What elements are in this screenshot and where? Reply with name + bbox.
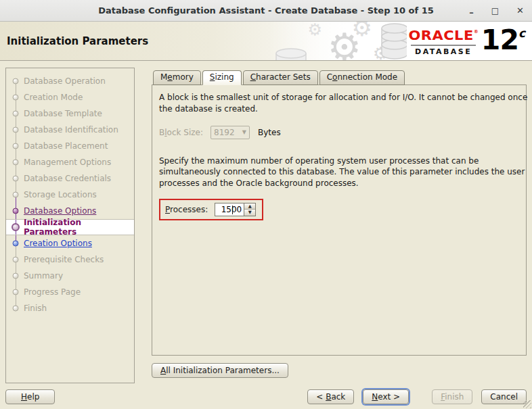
- step-connector: [6, 251, 24, 268]
- header-artwork: ⚙ ⚙ ⚙ ⚙ ORACL: [268, 22, 532, 60]
- oracle-database-label: DATABASE: [415, 47, 472, 56]
- main-area: Database OperationCreation ModeDatabase …: [0, 61, 532, 390]
- step-connector: [6, 187, 24, 203]
- step-connector: [6, 284, 24, 300]
- page-header: Initialization Parameters ⚙ ⚙ ⚙ ⚙: [0, 22, 532, 61]
- block-size-value: 8192: [214, 128, 235, 137]
- step-connector: [6, 154, 24, 170]
- titlebar[interactable]: Database Configuration Assistant - Creat…: [0, 0, 532, 22]
- step-label: Creation Options: [24, 239, 92, 248]
- tab-bar: MemorySizingCharacter SetsConnection Mod…: [153, 70, 527, 85]
- step-label: Database Placement: [24, 141, 108, 151]
- step-bullet-icon: [13, 78, 19, 85]
- text-caret: [232, 206, 233, 214]
- step-connector: [6, 138, 24, 154]
- content-area: MemorySizingCharacter SetsConnection Mod…: [152, 70, 527, 378]
- spinner-buttons: ▲ ▼: [244, 203, 256, 216]
- step-bullet-icon: [13, 289, 19, 295]
- close-icon[interactable]: ✕: [516, 6, 524, 15]
- tab-memory[interactable]: Memory: [153, 70, 201, 85]
- sidebar-step-database-template: Database Template: [6, 105, 134, 122]
- step-bullet-icon: [13, 273, 19, 279]
- page-title: Initialization Parameters: [7, 35, 148, 47]
- oracle-version: 12c: [481, 27, 525, 53]
- sidebar-step-creation-options[interactable]: Creation Options: [6, 235, 134, 251]
- step-label: Database Operation: [24, 76, 106, 86]
- help-button[interactable]: Help: [5, 389, 55, 404]
- step-connector: [6, 300, 24, 316]
- step-bullet-icon: [13, 241, 19, 247]
- step-label: Database Credentials: [24, 174, 111, 183]
- step-label: Storage Locations: [24, 190, 97, 199]
- block-size-label: Block Size:: [159, 128, 210, 137]
- block-size-description: A block is the smallest unit of storage …: [159, 92, 532, 115]
- tab-character-sets[interactable]: Character Sets: [243, 70, 318, 85]
- sidebar-step-database-options[interactable]: Database Options: [6, 203, 134, 219]
- step-connector: [6, 73, 24, 89]
- step-label: Creation Mode: [24, 93, 83, 102]
- step-label: Summary: [24, 271, 63, 281]
- sidebar-step-management-options: Management Options: [6, 154, 134, 170]
- back-button[interactable]: < Back: [307, 389, 354, 404]
- sidebar-step-initialization-parameters: Initialization Parameters: [6, 219, 134, 235]
- step-connector: [6, 105, 24, 122]
- all-initialization-parameters-button[interactable]: All Initialization Parameters...: [152, 363, 288, 378]
- step-bullet-icon: [13, 111, 19, 117]
- logo-divider: [411, 45, 476, 46]
- step-connector: [6, 89, 24, 105]
- cancel-button[interactable]: Cancel: [481, 389, 527, 404]
- processes-description: Specify the maximum number of operating …: [159, 155, 532, 189]
- processes-input[interactable]: 1500: [215, 203, 244, 216]
- step-connector: [6, 203, 24, 219]
- step-label: Database Template: [24, 109, 102, 118]
- sidebar-step-creation-mode: Creation Mode: [6, 89, 134, 105]
- sidebar-step-database-credentials: Database Credentials: [6, 170, 134, 187]
- sidebar-step-database-operation: Database Operation: [6, 73, 134, 89]
- step-bullet-icon: [13, 176, 19, 182]
- minimize-icon[interactable]: –: [469, 8, 474, 17]
- step-bullet-icon: [13, 306, 19, 312]
- step-bullet-icon: [13, 192, 19, 198]
- block-size-unit: Bytes: [258, 128, 281, 137]
- next-button[interactable]: Next >: [363, 389, 409, 404]
- step-label: Finish: [24, 304, 47, 313]
- resize-grip[interactable]: [523, 400, 531, 408]
- step-label: Initialization Parameters: [24, 218, 134, 237]
- window-controls: – □ ✕: [469, 0, 524, 21]
- oracle-wordmark: ORACLE: [408, 30, 473, 43]
- step-connector: [6, 122, 24, 138]
- step-bullet-icon: [13, 160, 19, 166]
- dropdown-arrow-icon: ▼: [242, 129, 246, 135]
- sidebar-step-finish: Finish: [6, 300, 134, 316]
- step-bullet-icon: [12, 223, 20, 231]
- sizing-tab-panel: A block is the smallest unit of storage …: [152, 85, 527, 356]
- oracle-logo: ORACLE ® DATABASE 12c: [407, 26, 527, 57]
- step-bullet-icon: [13, 208, 19, 214]
- sidebar-step-database-placement: Database Placement: [6, 138, 134, 154]
- step-bullet-icon: [13, 127, 19, 133]
- footer-bar: Help < Back Next > Finish Cancel: [5, 389, 527, 404]
- block-size-row: Block Size: 8192 ▼ Bytes: [159, 126, 519, 139]
- sidebar-step-storage-locations: Storage Locations: [6, 187, 134, 203]
- wizard-steps: Database OperationCreation ModeDatabase …: [6, 73, 134, 316]
- spin-up-icon[interactable]: ▲: [244, 203, 255, 210]
- step-bullet-icon: [13, 257, 19, 263]
- tab-sizing[interactable]: Sizing: [202, 70, 242, 85]
- step-label: Database Identification: [24, 125, 118, 135]
- step-label: Progress Page: [24, 287, 81, 297]
- gear-icon: ⚙: [352, 22, 372, 39]
- window-title: Database Configuration Assistant - Creat…: [98, 5, 434, 16]
- tab-connection-mode[interactable]: Connection Mode: [319, 70, 405, 85]
- finish-button[interactable]: Finish: [432, 389, 472, 404]
- step-connector: [6, 220, 24, 235]
- step-connector: [6, 170, 24, 187]
- step-connector: [6, 268, 24, 284]
- spin-down-icon[interactable]: ▼: [244, 210, 255, 216]
- maximize-icon[interactable]: □: [491, 7, 499, 15]
- sidebar-step-summary: Summary: [6, 268, 134, 284]
- sidebar-step-prerequisite-checks: Prerequisite Checks: [6, 251, 134, 268]
- step-label: Prerequisite Checks: [24, 255, 104, 264]
- registered-mark: ®: [474, 29, 479, 34]
- step-label: Management Options: [24, 158, 111, 167]
- processes-label: Processes:: [165, 205, 208, 214]
